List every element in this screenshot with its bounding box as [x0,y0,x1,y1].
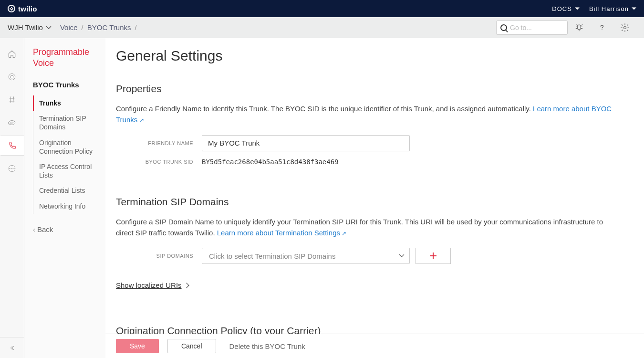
cancel-button[interactable]: Cancel [167,339,216,353]
chevron-down-icon [399,253,405,259]
content-wrap: General Settings Properties Configure a … [105,38,644,358]
save-button[interactable]: Save [116,339,159,353]
friendly-name-row: FRIENDLY NAME [116,135,630,151]
breadcrumb: Voice / BYOC Trunks / [60,23,137,32]
sip-icon: SIP [8,118,16,127]
account-selector[interactable]: WJH Twilio [8,23,52,32]
svg-point-0 [624,26,626,29]
phone-icon [8,141,17,150]
svg-point-7 [13,168,14,169]
rail-more[interactable] [0,158,24,179]
sip-domains-select[interactable]: Click to select Termination SIP Domains [202,248,410,264]
properties-desc: Configure a Friendly Name to identify th… [116,103,622,126]
search-icon [500,24,507,31]
svg-point-5 [9,168,10,169]
help-icon [597,23,607,32]
show-localized-label: Show localized URIs [116,281,182,289]
crumb-voice[interactable]: Voice [60,23,78,32]
content-scroll[interactable]: General Settings Properties Configure a … [105,38,644,358]
sidebar-item-networking[interactable]: Networking Info [33,199,102,214]
svg-point-1 [9,74,15,80]
rail-sip[interactable]: SIP [0,113,24,133]
bug-icon [574,23,584,32]
account-name: WJH Twilio [8,23,43,32]
sidebar-item-ipacl[interactable]: IP Access Control Lists [33,159,102,183]
twilio-logo-icon [8,5,15,12]
sidebar-item-trunks[interactable]: Trunks [33,95,102,111]
rail-voice[interactable] [0,136,24,156]
sip-domains-placeholder: Click to select Termination SIP Domains [209,252,335,260]
svg-point-2 [10,75,13,78]
friendly-name-label: FRIENDLY NAME [116,140,202,146]
page-title: General Settings [116,48,630,64]
user-name: Bill Harrison [589,5,629,12]
chevron-down-icon [46,26,52,30]
termination-learn-more-link[interactable]: Learn more about Termination Settings [217,229,347,237]
back-link[interactable]: Back [33,225,102,233]
chevron-down-icon [575,8,580,10]
svg-point-6 [11,168,12,169]
properties-heading: Properties [116,83,630,95]
debug-icon-button[interactable] [568,17,591,38]
breadcrumb-bar: WJH Twilio Voice / BYOC Trunks / [0,17,644,38]
topbar: twilio DOCS Bill Harrison [0,0,644,17]
crumb-byoc[interactable]: BYOC Trunks [87,23,131,32]
sidebar-item-credentials[interactable]: Credential Lists [33,183,102,198]
rail-collapse[interactable] [0,337,24,358]
crumb-separator: / [82,23,83,32]
sidebar: Programmable Voice BYOC Trunks Trunks Te… [24,38,105,358]
sidebar-item-termination[interactable]: Termination SIP Domains [33,111,102,135]
sidebar-item-origination[interactable]: Origination Connection Policy [33,135,102,159]
section-title: BYOC Trunks [33,81,102,89]
search-box[interactable] [496,21,568,35]
docs-link[interactable]: DOCS [552,5,580,12]
hash-icon [8,95,16,104]
termination-desc-text: Configure a SIP Domain Name to uniquely … [116,218,603,237]
brand-name: twilio [18,5,37,13]
rail-target[interactable] [0,67,24,87]
product-title[interactable]: Programmable Voice [33,47,102,68]
docs-label: DOCS [552,5,572,12]
sip-domains-label: SIP DOMAINS [116,253,202,259]
search-input[interactable] [510,24,563,32]
crumb-separator: / [135,23,136,32]
show-localized-uris-link[interactable]: Show localized URIs [116,281,188,289]
plus-icon [430,253,436,259]
add-sip-domain-button[interactable] [415,248,451,264]
help-icon-button[interactable] [591,17,613,38]
action-footer: Save Cancel Delete this BYOC Trunk [105,334,644,358]
sid-value: BY5d5feac268e04b5aa51c8d438f3ae469 [202,158,339,166]
chevron-down-icon [632,8,636,10]
chevron-right-icon [184,283,189,288]
more-icon [8,164,16,173]
rail-hash[interactable] [0,90,24,110]
sidebar-nav: Trunks Termination SIP Domains Originati… [33,95,102,214]
sip-domains-row: SIP DOMAINS Click to select Termination … [116,248,630,264]
user-menu[interactable]: Bill Harrison [589,5,636,12]
target-icon [8,73,16,81]
settings-icon-button[interactable] [613,17,636,38]
termination-heading: Termination SIP Domains [116,196,630,208]
home-icon [8,50,16,58]
brand-logo[interactable]: twilio [8,5,37,13]
termination-desc: Configure a SIP Domain Name to uniquely … [116,216,622,239]
gear-icon [620,23,630,32]
friendly-name-input[interactable] [202,135,410,151]
properties-desc-text: Configure a Friendly Name to identify th… [116,105,533,113]
sid-row: BYOC TRUNK SID BY5d5feac268e04b5aa51c8d4… [116,158,630,166]
rail-home[interactable] [0,44,24,64]
icon-rail: SIP [0,38,24,179]
collapse-icon [8,344,16,352]
svg-text:SIP: SIP [10,122,13,124]
main-region: SIP Programmable Voice BYOC Trunks Trunk… [0,38,644,358]
delete-trunk-link[interactable]: Delete this BYOC Trunk [229,342,305,350]
sid-label: BYOC TRUNK SID [116,159,202,165]
